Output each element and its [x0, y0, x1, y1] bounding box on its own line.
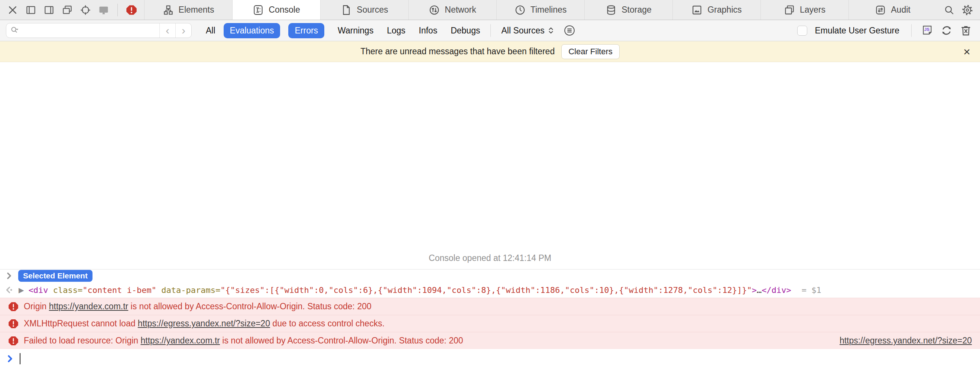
attr2-value-token: "{"sizes":[{"width":0,"cols":6},{"width"… [220, 285, 751, 295]
tab-graphics[interactable]: Graphics [672, 0, 760, 20]
tag-open-token: <div [29, 285, 48, 295]
error-octagon-icon [8, 301, 19, 312]
banner-text: There are unread messages that have been… [360, 46, 555, 56]
filter-logs[interactable]: Logs [387, 25, 405, 36]
left-tool-cluster [0, 0, 144, 20]
prompt-chevron-icon [7, 354, 14, 363]
tab-label: Timelines [530, 5, 567, 15]
previous-result-button[interactable]: ‹ [159, 24, 175, 38]
console-input-history-icon [5, 285, 14, 295]
element-picker-icon[interactable] [80, 4, 91, 16]
error-request-link[interactable]: https://egress.yandex.net/?size=20 [138, 319, 270, 328]
tab-storage[interactable]: Storage [584, 0, 672, 20]
toolbar-divider [118, 4, 118, 16]
inspector-tab-bar: Elements Console Sources Network Timelin… [0, 0, 980, 20]
console-error-row[interactable]: Failed to load resource: Origin https://… [0, 332, 980, 349]
console-search-group: ‹ › [6, 23, 192, 38]
tab-elements[interactable]: Elements [144, 0, 232, 20]
tab-label: Graphics [707, 5, 741, 15]
emulate-user-gesture-label: Emulate User Gesture [815, 25, 899, 36]
console-opened-timestamp: Console opened at 12:41:14 PM [429, 253, 551, 269]
console-prompt-row[interactable] [0, 349, 980, 368]
tab-audit[interactable]: Audit [848, 0, 937, 20]
ellipsis-token: … [757, 285, 762, 295]
selected-element-badge[interactable]: Selected Element [18, 270, 92, 282]
clear-filters-button[interactable]: Clear Filters [561, 44, 620, 59]
filterbar-divider [490, 24, 491, 37]
console-filter-input[interactable] [22, 25, 156, 36]
dock-left-icon[interactable] [25, 4, 37, 16]
next-result-button[interactable]: › [175, 24, 191, 38]
banner-close-icon[interactable]: × [963, 46, 970, 57]
device-settings-icon[interactable] [98, 4, 110, 16]
sources-dropdown-value: All Sources [501, 25, 544, 36]
tab-network[interactable]: Network [408, 0, 496, 20]
tab-label: Layers [800, 5, 826, 15]
console-messages-area: Console opened at 12:41:14 PM [0, 62, 980, 269]
console-search-box[interactable] [6, 24, 159, 38]
tab-sources[interactable]: Sources [320, 0, 408, 20]
tab-label: Sources [356, 5, 388, 15]
console-error-row[interactable]: Origin https://yandex.com.tr is not allo… [0, 298, 980, 315]
tab-console[interactable]: Console [232, 0, 320, 20]
filter-errors[interactable]: Errors [288, 23, 324, 38]
tab-label: Elements [179, 5, 214, 15]
selected-element-value-row: ▶ <div class="content i-bem" data-params… [0, 282, 980, 298]
sources-dropdown[interactable]: All Sources [501, 25, 554, 36]
filterbar-right-cluster: Emulate User Gesture JS [797, 24, 974, 37]
console-error-row[interactable]: XMLHttpRequest cannot load https://egres… [0, 315, 980, 332]
tag-close-token: </div> [762, 285, 791, 295]
filter-infos[interactable]: Infos [419, 25, 437, 36]
emulate-user-gesture-checkbox[interactable] [797, 25, 807, 36]
saved-result-ref: = $1 [802, 285, 821, 295]
filter-evaluations[interactable]: Evaluations [224, 23, 280, 38]
error-origin-link[interactable]: https://yandex.com.tr [49, 301, 128, 311]
error-octagon-icon [8, 319, 19, 329]
right-tool-cluster [937, 0, 980, 20]
filter-debugs[interactable]: Debugs [450, 25, 480, 36]
web-inspector-window: Elements Console Sources Network Timelin… [0, 0, 980, 368]
tab-label: Audit [891, 5, 910, 15]
detach-window-icon[interactable] [61, 4, 73, 16]
error-count-badge-icon[interactable] [126, 4, 137, 16]
expand-triangle-icon[interactable]: ▶ [19, 286, 24, 294]
attr1-value-token: "content i-bem" [83, 285, 156, 295]
tab-layers[interactable]: Layers [760, 0, 848, 20]
gear-icon[interactable] [961, 4, 973, 16]
text-caret [20, 353, 21, 364]
error-message: Origin https://yandex.com.tr is not allo… [24, 301, 371, 312]
search-filter-icon [10, 25, 20, 35]
disclosure-chevron-icon[interactable] [6, 272, 13, 280]
dock-right-icon[interactable] [43, 4, 55, 16]
close-inspector-icon[interactable] [7, 4, 19, 16]
error-message: Failed to load resource: Origin https://… [24, 336, 463, 346]
error-origin-link[interactable]: https://yandex.com.tr [141, 336, 220, 345]
tab-label: Storage [622, 5, 652, 15]
error-message: XMLHttpRequest cannot load https://egres… [24, 319, 385, 328]
filter-all[interactable]: All [206, 25, 215, 36]
panel-tabs: Elements Console Sources Network Timelin… [144, 0, 937, 20]
search-icon[interactable] [943, 4, 955, 16]
selected-element-row: Selected Element [0, 269, 980, 282]
unread-messages-banner: There are unread messages that have been… [0, 41, 980, 62]
console-filter-bar: ‹ › All Evaluations Errors Warnings Logs… [0, 20, 980, 41]
clear-console-trash-icon[interactable] [960, 24, 972, 37]
element-source-code[interactable]: <div class="content i-bem" data-params="… [29, 285, 821, 295]
filter-warnings[interactable]: Warnings [338, 25, 373, 36]
javascript-context-icon[interactable]: JS [921, 24, 933, 37]
console-options-menu-icon[interactable] [563, 24, 576, 37]
attr2-name-token: data-params= [161, 285, 220, 295]
svg-text:JS: JS [924, 27, 930, 32]
bracket-close-token: > [752, 285, 757, 295]
attr1-name-token: class= [53, 285, 83, 295]
error-octagon-icon [8, 336, 19, 346]
tab-timelines[interactable]: Timelines [496, 0, 584, 20]
reload-icon[interactable] [940, 24, 953, 37]
chevron-up-down-icon [548, 26, 554, 35]
tab-label: Console [269, 5, 300, 15]
tab-label: Network [445, 5, 476, 15]
error-source-link[interactable]: https://egress.yandex.net/?size=20 [840, 336, 972, 346]
filterbar-divider-2 [911, 24, 912, 37]
